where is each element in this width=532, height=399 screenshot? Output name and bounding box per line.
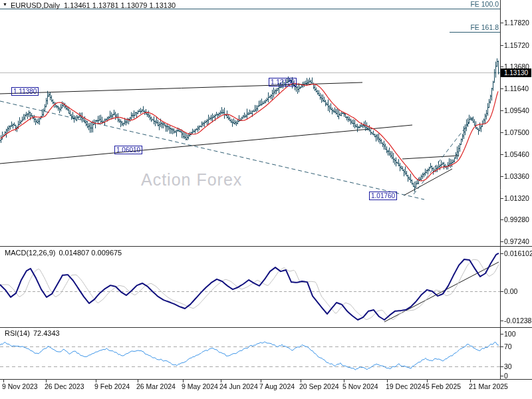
macd-axis-label: 0.00 — [504, 287, 517, 295]
macd-axis-label: -0.012381 — [504, 317, 532, 325]
price-axis-label: 1.11640 — [504, 84, 529, 92]
date-axis-label: 20 Sep 2024 — [299, 382, 339, 390]
date-axis-label: 21 Mar 2025 — [469, 382, 508, 390]
price-level-label[interactable]: 1.01760 — [369, 192, 397, 200]
price-level-label[interactable]: 1.11380 — [11, 87, 39, 96]
symbol-dropdown-icon[interactable]: ▼ — [3, 2, 7, 7]
date-axis-label: 24 Jun 2024 — [219, 382, 258, 390]
price-axis-label: 1.01320 — [504, 194, 529, 202]
rsi-axis-label: 70 — [504, 342, 512, 350]
price-axis-label: 1.09540 — [504, 106, 529, 114]
date-axis-label: 19 Dec 2024 — [386, 382, 426, 390]
date-axis-label: 5 Feb 2025 — [426, 382, 461, 390]
ohlc-values: 1.13461 1.13781 1.13079 1.13130 — [64, 1, 176, 9]
chart-window: Action Forex ▼ EURUSD,Daily1.13461 1.137… — [0, 0, 532, 399]
date-axis-label: 26 Dec 2023 — [45, 382, 84, 390]
macd-axis-label: 0.016102 — [504, 249, 532, 257]
rsi-axis-label: 0 — [504, 372, 508, 380]
price-axis-label: 0.99280 — [504, 215, 529, 223]
macd-values: 0.014807 0.009675 — [59, 249, 122, 257]
price-axis-label: 1.03360 — [504, 172, 529, 180]
date-axis-label: 9 May 2024 — [182, 382, 218, 390]
macd-indicator-label: MACD(12,26,9)0.014807 0.009675 — [5, 249, 122, 257]
fib-extension-161-label[interactable]: FE 161.8 — [470, 23, 499, 31]
symbol-timeframe-label: EURUSD,Daily — [11, 1, 60, 9]
price-level-label[interactable]: 1.06010 — [114, 146, 142, 154]
price-axis-label: 1.07500 — [504, 128, 529, 136]
chart-canvas — [0, 0, 532, 399]
price-axis-label: 1.17820 — [504, 19, 529, 27]
rsi-axis-label: 100 — [504, 330, 516, 338]
date-axis-label: 9 Nov 2023 — [2, 382, 38, 390]
current-price-badge: 1.13130 — [501, 68, 531, 77]
date-axis-label: 7 Aug 2024 — [259, 382, 295, 390]
date-axis-label: 9 Feb 2024 — [94, 382, 130, 390]
fib-extension-100-label[interactable]: FE 100.0 — [470, 0, 499, 8]
date-axis-label: 5 Nov 2024 — [342, 382, 378, 390]
rsi-name: RSI(14) — [5, 329, 30, 337]
rsi-indicator-label: RSI(14)72.4343 — [5, 329, 60, 337]
date-axis-label: 26 Mar 2024 — [136, 382, 176, 390]
macd-name: MACD(12,26,9) — [5, 249, 55, 257]
rsi-axis-label: 30 — [504, 362, 512, 370]
rsi-value: 72.4343 — [33, 329, 60, 337]
price-axis-label: 0.97240 — [504, 237, 529, 245]
chart-title: EURUSD,Daily1.13461 1.13781 1.13079 1.13… — [11, 1, 176, 9]
price-axis-label: 1.15720 — [504, 41, 529, 49]
price-axis-label: 1.05460 — [504, 150, 529, 158]
price-level-label[interactable]: 1.12130 — [269, 78, 297, 86]
